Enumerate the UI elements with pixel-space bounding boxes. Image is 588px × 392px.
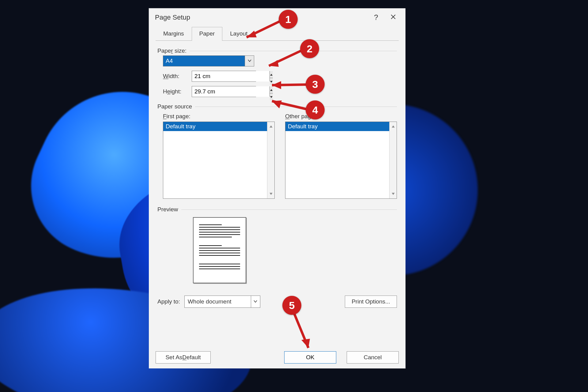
svg-marker-7 [270, 193, 273, 195]
svg-marker-11 [247, 31, 257, 37]
height-input[interactable] [192, 86, 270, 97]
set-as-default-button[interactable]: Set As Default [156, 351, 211, 364]
svg-marker-8 [392, 125, 395, 127]
list-item[interactable]: Default tray [285, 122, 389, 131]
apply-to-dropdown-button[interactable] [251, 296, 260, 307]
apply-to-label: Apply to: [157, 298, 180, 305]
paper-size-value: A4 [163, 56, 245, 66]
tab-paper[interactable]: Paper [192, 27, 223, 41]
preview-group-label: Preview [157, 206, 397, 213]
svg-marker-13 [269, 60, 279, 67]
scroll-down-icon [391, 190, 395, 197]
paper-size-dropdown-button[interactable] [245, 56, 254, 66]
scrollbar[interactable] [267, 122, 274, 198]
scrollbar[interactable] [389, 122, 397, 198]
paper-size-dropdown[interactable]: A4 [163, 55, 254, 66]
svg-marker-17 [272, 100, 282, 108]
list-item[interactable]: Default tray [163, 122, 267, 131]
width-label: Width: [163, 73, 192, 80]
height-label: Height: [163, 88, 192, 95]
cancel-button[interactable]: Cancel [347, 351, 399, 364]
other-pages-tray-listbox[interactable]: Default tray [285, 122, 397, 199]
first-page-tray-listbox[interactable]: Default tray [163, 122, 275, 199]
height-spinner[interactable] [192, 86, 256, 97]
page-preview [193, 217, 246, 283]
apply-to-value: Whole document [185, 296, 251, 307]
svg-marker-15 [272, 81, 281, 89]
chevron-down-icon [253, 298, 258, 305]
width-spinner[interactable] [192, 71, 256, 82]
scroll-down-icon [269, 190, 273, 197]
print-options-button[interactable]: Print Options... [345, 296, 397, 308]
help-button[interactable]: ? [368, 10, 385, 25]
svg-marker-6 [270, 125, 273, 127]
close-button[interactable] [385, 10, 402, 25]
close-icon [390, 13, 396, 21]
chevron-down-icon [247, 58, 252, 64]
first-page-label: First page: [163, 113, 190, 120]
scroll-up-icon [269, 123, 273, 130]
scroll-up-icon [391, 123, 395, 130]
svg-marker-9 [392, 193, 395, 195]
tab-margins[interactable]: Margins [156, 27, 192, 41]
apply-to-dropdown[interactable]: Whole document [184, 296, 260, 308]
